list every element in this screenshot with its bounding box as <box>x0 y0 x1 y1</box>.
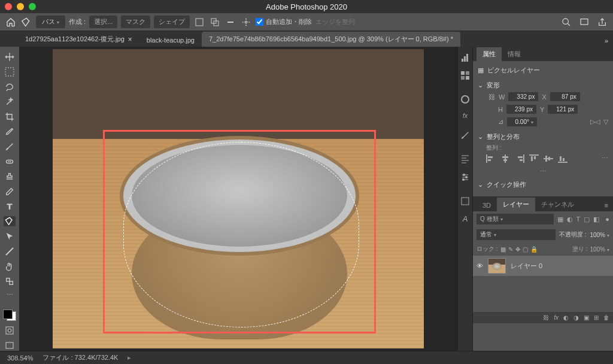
layer-thumb[interactable] <box>488 258 506 274</box>
path-op3-icon[interactable] <box>224 16 236 28</box>
flip-h-icon[interactable]: ▷◁ <box>590 118 600 126</box>
type-tool-icon[interactable] <box>4 201 16 211</box>
marquee-tool-icon[interactable] <box>4 66 16 77</box>
lock-trans-icon[interactable]: ▦ <box>500 246 506 253</box>
wand-tool-icon[interactable] <box>4 96 16 107</box>
props-tab-attr[interactable]: 属性 <box>477 47 502 61</box>
panel-fx-icon[interactable]: fx <box>460 113 470 122</box>
close-dot[interactable] <box>5 3 12 10</box>
path-op2-icon[interactable] <box>209 16 221 28</box>
link-layers-icon[interactable]: ⛓ <box>543 314 549 321</box>
panel-menu-icon[interactable]: ≡ <box>600 199 613 211</box>
brush-tool-icon[interactable] <box>4 141 16 151</box>
tab-1[interactable]: black-teacup.jpg <box>139 34 202 47</box>
more-tools-icon[interactable]: ⋯ <box>7 291 13 299</box>
panel-align-icon[interactable] <box>460 154 470 164</box>
layer-filter-kind[interactable]: Q 種類 <box>477 214 554 225</box>
fx-icon[interactable]: fx <box>554 314 559 321</box>
pen-tool-icon[interactable] <box>20 16 32 28</box>
select-button[interactable]: 選択... <box>89 16 117 28</box>
angle-field[interactable]: 0.00° <box>507 117 537 126</box>
adjust-add-icon[interactable]: ◑ <box>573 314 579 321</box>
panel-brush-icon[interactable] <box>460 131 470 140</box>
tab-overflow-icon[interactable]: » <box>600 35 613 47</box>
hand-tool-icon[interactable] <box>4 261 16 271</box>
eye-icon[interactable]: 👁 <box>477 262 483 269</box>
group-icon[interactable]: ▣ <box>584 314 589 321</box>
panel-adjust-icon[interactable] <box>460 172 470 182</box>
auto-checkbox[interactable] <box>256 18 263 26</box>
path-op1-icon[interactable] <box>193 16 205 28</box>
screenmode-tool-icon[interactable] <box>4 341 16 351</box>
filter-adjust-icon[interactable]: ◐ <box>567 216 573 223</box>
panel-histogram-icon[interactable] <box>460 53 470 62</box>
screen-mode-icon[interactable] <box>578 16 590 28</box>
blend-mode-select[interactable]: 通常 <box>477 229 556 240</box>
gear-icon[interactable] <box>240 16 252 28</box>
filter-type-icon[interactable]: T <box>576 216 581 223</box>
layer-name-label[interactable]: レイヤー 0 <box>511 262 542 271</box>
pen-tool-icon[interactable] <box>4 216 16 226</box>
distribute-more-icon[interactable]: ⋯ <box>602 154 608 163</box>
search-icon[interactable] <box>560 16 572 28</box>
y-field[interactable]: 121 px <box>548 105 578 114</box>
canvas[interactable] <box>53 49 424 348</box>
opacity-field[interactable]: 100% <box>590 232 609 238</box>
width-field[interactable]: 332 px <box>508 92 538 101</box>
eraser-tool-icon[interactable] <box>4 186 16 196</box>
tab-0[interactable]: 1d27925aa1123e102462-復元.jpg× <box>18 32 139 47</box>
filter-shape-icon[interactable]: ▢ <box>584 216 590 223</box>
align-vcenter-icon[interactable] <box>544 154 553 163</box>
layer-row[interactable]: 👁 レイヤー 0 <box>473 256 613 276</box>
home-icon[interactable] <box>5 16 17 28</box>
min-dot[interactable] <box>17 3 24 10</box>
line-tool-icon[interactable] <box>4 246 16 256</box>
healing-tool-icon[interactable] <box>4 156 16 166</box>
filter-toggle-icon[interactable]: ● <box>605 216 609 223</box>
status-caret-icon[interactable]: ▸ <box>128 354 131 362</box>
close-icon[interactable]: × <box>128 35 132 44</box>
layers-tab-channels[interactable]: チャンネル <box>535 198 580 211</box>
shape-button[interactable]: シェイプ <box>154 16 190 28</box>
lock-all-icon[interactable]: 🔒 <box>530 246 538 253</box>
lock-nest-icon[interactable]: ▢ <box>523 246 528 253</box>
layers-tab-layers[interactable]: レイヤー <box>497 198 535 211</box>
filter-smart-icon[interactable]: ◧ <box>593 216 599 223</box>
window-controls[interactable] <box>5 3 36 10</box>
panel-library-icon[interactable] <box>460 196 470 206</box>
path-select-tool-icon[interactable] <box>4 231 16 241</box>
height-field[interactable]: 239 px <box>506 105 536 114</box>
mode-select[interactable]: パス <box>36 16 65 28</box>
align-left-icon[interactable] <box>486 154 496 163</box>
panel-glyph-icon[interactable]: A <box>460 214 470 224</box>
lock-paint-icon[interactable]: ✎ <box>508 246 513 253</box>
flip-v-icon[interactable]: ▽ <box>603 118 608 126</box>
filter-pixel-icon[interactable]: ▦ <box>557 216 563 223</box>
props-tab-info[interactable]: 情報 <box>502 47 527 61</box>
stamp-tool-icon[interactable] <box>4 171 16 181</box>
x-field[interactable]: 87 px <box>550 92 580 101</box>
chevron-down-icon[interactable]: ⌄ <box>478 81 483 89</box>
chevron-down-icon[interactable]: ⌄ <box>478 181 483 189</box>
quickmask-icon[interactable] <box>4 326 16 336</box>
align-right-icon[interactable] <box>515 154 524 163</box>
color-swatches[interactable] <box>3 310 16 321</box>
layers-tab-3d[interactable]: 3D <box>477 199 497 211</box>
panel-color-icon[interactable] <box>460 95 470 104</box>
new-layer-icon[interactable]: ⊞ <box>594 314 599 321</box>
align-top-icon[interactable] <box>529 154 539 163</box>
tab-2[interactable]: 7_2d7fe75e74b86b7696cb6564ba949bd1_500.j… <box>202 32 460 47</box>
ellipsis-icon[interactable]: ⋯ <box>478 165 608 178</box>
lock-pos-icon[interactable]: ✥ <box>515 246 520 253</box>
fill-field[interactable]: 100% <box>590 246 609 253</box>
max-dot[interactable] <box>29 3 36 10</box>
mask-add-icon[interactable]: ◐ <box>563 314 569 321</box>
share-icon[interactable] <box>596 16 608 28</box>
link-wh-icon[interactable]: ⛓ <box>488 93 495 101</box>
mask-button[interactable]: マスク <box>121 16 150 28</box>
crop-tool-icon[interactable] <box>4 111 16 122</box>
trash-icon[interactable]: 🗑 <box>603 314 609 321</box>
align-hcenter-icon[interactable] <box>500 154 510 163</box>
move-tool-icon[interactable] <box>4 51 16 62</box>
panel-swatches-icon[interactable] <box>460 71 470 80</box>
